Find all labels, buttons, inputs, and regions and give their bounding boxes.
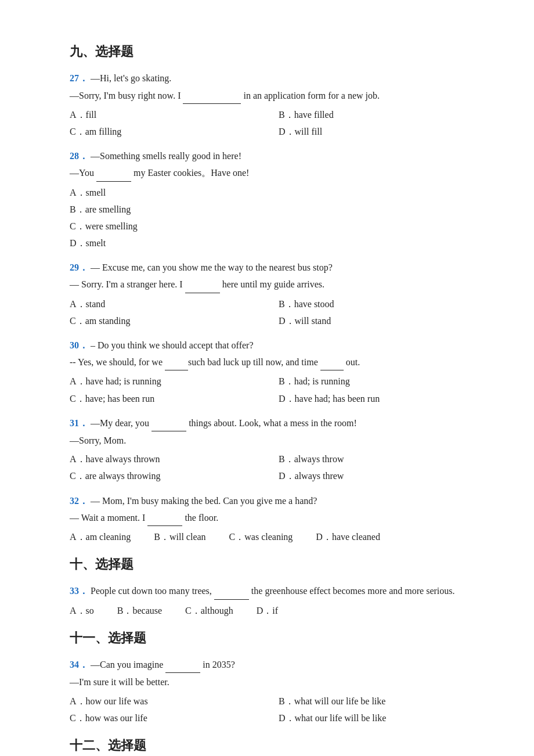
q29-blank [185, 276, 220, 293]
q29-optC: C．am standing [70, 312, 279, 329]
q28-line1: —Something smells really good in here! [91, 151, 241, 161]
q32-blank [147, 510, 182, 526]
q28-line2: —You my Easter cookies。Have one! [70, 168, 249, 178]
question-33: 33． People cut down too many trees, the … [70, 583, 488, 618]
question-30: 30． – Do you think we should accept that… [70, 337, 488, 407]
q33-line1: People cut down too many trees, the gree… [91, 586, 455, 596]
section-9: 九、选择题 27． —Hi, let's go skating. —Sorry,… [70, 41, 488, 545]
section-11-title: 十一、选择题 [70, 627, 488, 649]
q34-optC: C．how was our life [70, 710, 279, 726]
q31-line1: —My dear, you things about. Look, what a… [91, 418, 357, 428]
q34-num: 34． [70, 660, 88, 669]
q27-line2: —Sorry, I'm busy right now. I in an appl… [70, 91, 380, 100]
q27-optC: C．am filling [70, 123, 279, 140]
q28-optB: B．are smelling [70, 201, 488, 218]
q32-optD: D．have cleaned [316, 528, 380, 545]
q33-blank [214, 583, 249, 599]
q34-optB: B．what will our life be like [279, 693, 488, 710]
q29-line1: — Excuse me, can you show me the way to … [91, 262, 333, 272]
q28-optC: C．were smelling [70, 218, 488, 235]
section-9-title: 九、选择题 [70, 41, 488, 62]
q28-optA: A．smell [70, 184, 488, 201]
q30-optC: C．have; has been run [70, 390, 279, 407]
q27-options: A．fill B．have filled C．am filling D．will… [70, 106, 488, 140]
q33-optC: C．although [185, 602, 233, 619]
q31-optC: C．are always throwing [70, 467, 279, 484]
q34-optD: D．what our life will be like [279, 710, 488, 726]
q33-optD: D．if [257, 602, 278, 619]
question-34: 34． —Can you imagine in 2035? —I'm sure … [70, 657, 488, 726]
q27-line1: —Hi, let's go skating. [91, 73, 171, 83]
q30-options: A．have had; is running B．had; is running… [70, 373, 488, 406]
q28-blank [96, 165, 131, 181]
q30-optB: B．had; is running [279, 373, 488, 390]
q33-optB: B．because [117, 602, 162, 619]
q31-optA: A．have always thrown [70, 451, 279, 467]
q29-optD: D．will stand [279, 312, 488, 329]
q29-optB: B．have stood [279, 296, 488, 312]
q32-options: A．am cleaning B．will clean C．was cleanin… [70, 528, 488, 545]
page-container: 九、选择题 27． —Hi, let's go skating. —Sorry,… [70, 41, 488, 756]
q31-blank [151, 415, 186, 431]
question-29: 29． — Excuse me, can you show me the way… [70, 260, 488, 329]
q29-optA: A．stand [70, 296, 279, 312]
q32-optB: B．will clean [154, 528, 205, 545]
q30-blank1 [165, 354, 188, 370]
q30-optA: A．have had; is running [70, 373, 279, 390]
section-10: 十、选择题 33． People cut down too many trees… [70, 553, 488, 619]
q32-optA: A．am cleaning [70, 528, 131, 545]
q34-blank [165, 657, 200, 673]
q28-optD: D．smelt [70, 235, 488, 251]
q27-blank [183, 88, 241, 104]
q34-optA: A．how our life was [70, 693, 279, 710]
question-32: 32． — Mom, I'm busy making the bed. Can … [70, 493, 488, 546]
q31-optD: D．always threw [279, 467, 488, 484]
q34-options: A．how our life was B．what will our life … [70, 693, 488, 726]
q34-line2: —I'm sure it will be better. [70, 677, 169, 687]
q27-optB: B．have filled [279, 106, 488, 123]
q33-num: 33． [70, 586, 88, 596]
q33-options: A．so B．because C．although D．if [70, 602, 488, 619]
section-12: 十二、选择题 35． ----I'm tired out. ----How ca… [70, 735, 488, 756]
q32-num: 32． [70, 496, 88, 506]
section-10-title: 十、选择题 [70, 553, 488, 575]
q33-optA: A．so [70, 602, 94, 619]
question-28: 28． —Something smells really good in her… [70, 148, 488, 251]
q32-optC: C．was cleaning [229, 528, 293, 545]
q34-line1: —Can you imagine in 2035? [91, 660, 235, 669]
q30-optD: D．have had; has been run [279, 390, 488, 407]
q31-line2: —Sorry, Mom. [70, 435, 126, 445]
section-11: 十一、选择题 34． —Can you imagine in 2035? —I'… [70, 627, 488, 726]
q29-line2: — Sorry. I'm a stranger here. I here unt… [70, 279, 324, 289]
section-12-title: 十二、选择题 [70, 735, 488, 756]
q30-blank2 [320, 354, 344, 370]
q31-optB: B．always throw [279, 451, 488, 467]
q27-num: 27． [70, 73, 88, 83]
q31-num: 31． [70, 418, 88, 428]
q32-line2: — Wait a moment. I the floor. [70, 513, 218, 523]
q31-options: A．have always thrown B．always throw C．ar… [70, 451, 488, 484]
q29-num: 29． [70, 262, 88, 272]
q32-line1: — Mom, I'm busy making the bed. Can you … [91, 496, 317, 506]
question-27: 27． —Hi, let's go skating. —Sorry, I'm b… [70, 70, 488, 140]
q29-options: A．stand B．have stood C．am standing D．wil… [70, 296, 488, 329]
question-31: 31． —My dear, you things about. Look, wh… [70, 415, 488, 485]
q30-line1: – Do you think we should accept that off… [91, 340, 254, 350]
q30-num: 30． [70, 340, 88, 350]
q28-options: A．smell B．are smelling C．were smelling D… [70, 184, 488, 252]
q28-num: 28． [70, 151, 88, 161]
q27-optD: D．will fill [279, 123, 488, 140]
q30-line2: -- Yes, we should, for we such bad luck … [70, 357, 360, 367]
q27-optA: A．fill [70, 106, 279, 123]
